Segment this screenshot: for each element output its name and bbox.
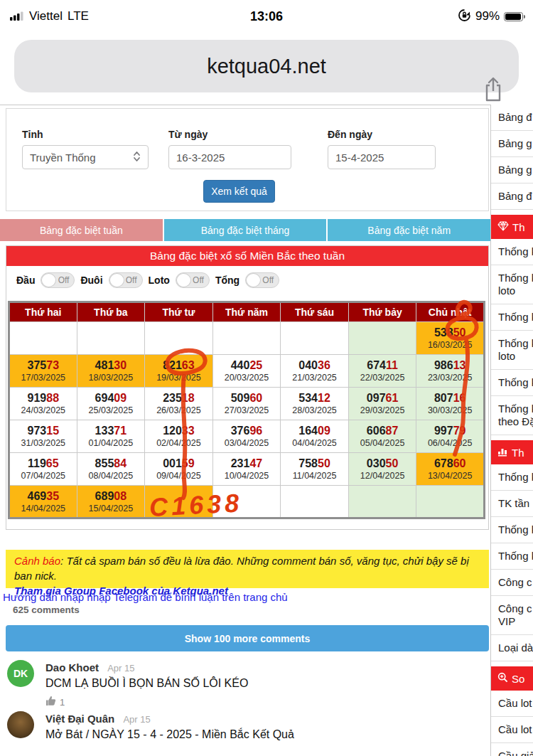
result-cell (212, 486, 281, 518)
sidebar-item-label: Thống k (498, 311, 533, 323)
sidebar-item-label: Thống k (498, 403, 533, 415)
sidebar-item-label: Thống k (498, 523, 533, 536)
number-main-digits: 678 (434, 457, 453, 469)
toggle-switch-3[interactable]: Off (245, 272, 279, 288)
browser-window: Viettel LTE 13:06 99% ketqua04.net (0, 0, 533, 756)
telegram-guide-link[interactable]: Hướng dẫn nhập nhập Telegram để bình luậ… (3, 591, 288, 603)
result-cell: 8558408/04/2025 (77, 453, 145, 486)
sidebar-item[interactable]: Thống k (491, 517, 533, 543)
result-cell: 7585011/04/2025 (281, 453, 349, 486)
number-tail-digits: 88 (46, 392, 59, 404)
share-icon[interactable] (483, 77, 503, 105)
comment-date: Apr 15 (123, 714, 150, 725)
special-number: 37696 (213, 424, 281, 437)
number-tail-digits: 33 (182, 425, 195, 437)
special-table-tabs: Bảng đặc biệt tuầnBảng đặc biệt thángBản… (0, 219, 490, 241)
special-number: 46935 (10, 489, 77, 503)
sidebar-item-label: Cầu lot (498, 697, 532, 709)
sidebar-item[interactable]: Cầu lot (491, 691, 533, 717)
like-count: 1 (60, 697, 65, 708)
result-cell: 9977906/04/2025 (416, 420, 485, 453)
sidebar-item[interactable]: Cầu lot (491, 717, 533, 743)
sidebar-item[interactable]: Cầu giả (491, 743, 533, 756)
special-number: 75850 (281, 457, 348, 470)
sidebar-item[interactable]: Bảng đ (491, 183, 533, 210)
sidebar-item[interactable]: Thống k (491, 543, 533, 570)
table-title-banner: Bảng đặc biệt xổ số Miền Bắc theo tuần (6, 246, 488, 266)
number-main-digits: 606 (367, 425, 386, 437)
number-main-digits: 376 (231, 425, 250, 437)
tab-2[interactable]: Bảng đặc biệt năm (328, 219, 490, 241)
number-tail-digits: 09 (114, 392, 126, 404)
result-cell: 1640904/04/2025 (281, 420, 349, 453)
special-number: 68908 (77, 489, 145, 503)
sidebar-item[interactable]: Công c (491, 570, 533, 596)
tab-0[interactable]: Bảng đặc biệt tuần (0, 219, 163, 241)
result-cell (212, 322, 281, 355)
number-tail-digits: 09 (318, 425, 330, 437)
number-tail-digits: 50 (318, 457, 330, 469)
result-cell: 0403621/03/2025 (281, 355, 349, 388)
number-main-digits: 120 (163, 425, 182, 437)
toggle-switch-0[interactable]: Off (41, 272, 75, 288)
comment-author[interactable]: Việt Đại Quân (45, 713, 114, 725)
day-header: Thứ hai (9, 302, 77, 322)
comment-author[interactable]: Dao Khoet (45, 661, 99, 674)
table-row: 3757317/03/20254813018/03/20258216319/03… (9, 355, 485, 388)
special-number: 85584 (77, 457, 145, 470)
like-row[interactable]: 1 (45, 696, 65, 708)
select-stepper-icon (133, 150, 141, 165)
result-cell: 6741122/03/2025 (348, 355, 416, 388)
special-number: 04036 (281, 358, 348, 372)
toggle-switch-2[interactable]: Off (176, 272, 210, 288)
address-bar[interactable]: ketqua04.net (14, 40, 519, 92)
result-cell: 1196507/04/2025 (9, 453, 77, 486)
sidebar-item[interactable]: Thống k (491, 370, 533, 396)
special-number: 53850 (416, 326, 483, 339)
province-select[interactable]: Truyền Thống (22, 145, 149, 169)
result-date: 21/03/2025 (281, 372, 348, 383)
sidebar-item[interactable]: Thống k (491, 239, 533, 265)
sidebar-item[interactable]: Công cVIP (491, 596, 533, 635)
sidebar-item[interactable]: TK tần (491, 491, 533, 517)
sidebar-item[interactable]: Thống k (491, 464, 533, 491)
sidebar-item[interactable]: Loại dà (491, 635, 533, 661)
from-date-input[interactable]: 16-3-2025 (168, 145, 291, 169)
gem-icon (497, 221, 509, 233)
show-more-comments-button[interactable]: Show 100 more comments (6, 625, 489, 651)
result-date: 10/04/2025 (213, 470, 281, 481)
sidebar-item[interactable]: Thống k (491, 304, 533, 331)
sidebar-item[interactable]: Thống kloto (491, 331, 533, 370)
sidebar-item[interactable]: Bảng g (491, 157, 533, 183)
number-tail-digits: 73 (46, 359, 59, 371)
special-number: 03050 (349, 457, 416, 470)
result-cell: 3769603/04/2025 (212, 420, 281, 453)
number-tail-digits: 18 (182, 392, 195, 404)
special-number: 97315 (10, 424, 77, 437)
tab-1[interactable]: Bảng đặc biệt tháng (164, 219, 327, 241)
number-tail-digits: 12 (318, 392, 330, 404)
special-number: 80716 (416, 391, 483, 405)
sidebar-item[interactable]: Bảng đ (491, 105, 533, 131)
display-toggles: ĐầuOffĐuôiOffLotoOffTổngOff (16, 272, 279, 288)
result-cell: 2351826/03/2025 (145, 388, 213, 420)
to-date-input[interactable]: 15-4-2025 (328, 145, 436, 169)
result-cell (348, 486, 416, 518)
sidebar-item-label: Cầu giả (498, 750, 533, 756)
sidebar-item[interactable]: Thống kloto (491, 265, 533, 304)
avatar (7, 711, 34, 738)
sidebar-item[interactable]: Bảng g (491, 131, 533, 157)
sidebar-item[interactable]: Thống ktheo Đặ (491, 396, 533, 435)
result-date: 03/04/2025 (213, 437, 281, 449)
number-main-digits: 674 (367, 359, 386, 371)
result-date: 12/04/2025 (349, 470, 416, 481)
result-cell: 9731531/03/2025 (9, 420, 77, 453)
toggle-switch-1[interactable]: Off (109, 272, 143, 288)
number-tail-digits: 30 (114, 359, 126, 371)
result-date: 11/04/2025 (281, 470, 348, 481)
result-cell: 2314710/04/2025 (212, 453, 281, 486)
thumbs-up-icon[interactable] (45, 696, 56, 708)
view-results-button[interactable]: Xem kết quả (203, 180, 275, 203)
number-tail-digits: 36 (318, 359, 330, 371)
result-date: 14/04/2025 (10, 503, 77, 514)
